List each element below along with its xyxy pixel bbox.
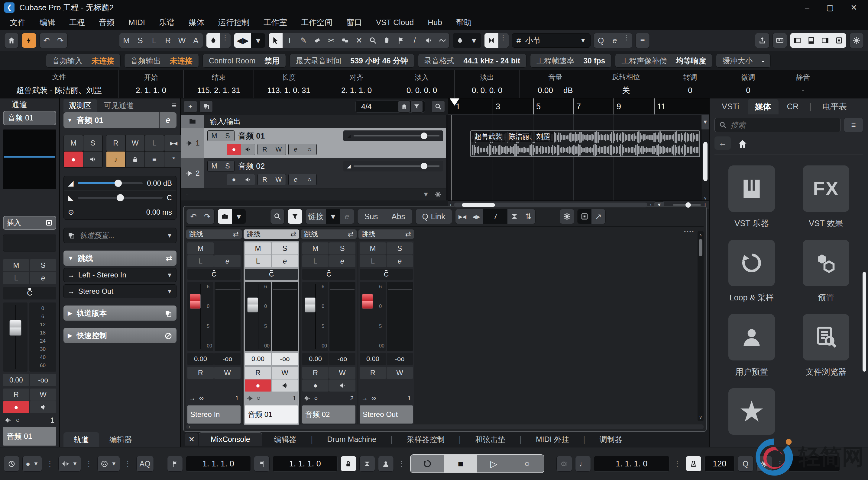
automation-mute-button[interactable]: M: [119, 33, 133, 48]
info-fade-out[interactable]: 淡出0. 0. 0. 0: [455, 70, 520, 98]
media-search-input[interactable]: [731, 121, 836, 130]
range-selection-tool[interactable]: I: [283, 33, 297, 48]
menu-help[interactable]: 帮助: [449, 17, 479, 28]
timeline-ruler[interactable]: 1 3 5 7 9 11: [448, 98, 709, 115]
ruler-options-dropdown[interactable]: ▼: [702, 115, 709, 130]
mx-snapshot-dropdown[interactable]: ▼: [232, 209, 246, 224]
insp-write-button[interactable]: W: [126, 135, 145, 151]
tab-track[interactable]: 轨道: [63, 432, 99, 447]
track2-record-button[interactable]: ●: [227, 174, 241, 185]
frame-rate-status[interactable]: 工程帧速率30 fps: [530, 54, 612, 68]
ch3-fader[interactable]: 60500: [302, 282, 328, 351]
erase-tool[interactable]: [310, 33, 324, 48]
channel-pan-control[interactable]: C: [3, 287, 56, 300]
align-icon[interactable]: ≡: [636, 33, 650, 48]
ruler-home-icon[interactable]: [398, 101, 410, 113]
ch2-read-button[interactable]: R: [245, 367, 271, 379]
ch3-read-button[interactable]: R: [302, 367, 329, 379]
info-finetune[interactable]: 微调0: [719, 70, 777, 98]
track2-insert-state[interactable]: ○: [303, 174, 316, 185]
track-audio-01[interactable]: 1 MS 音频 01 ◢ ● RW e○: [181, 128, 446, 158]
max-record-time-status[interactable]: 最大录音时间539 小时 46 分钟: [289, 54, 414, 68]
ch2-edit-button[interactable]: e: [272, 255, 298, 267]
rack-header[interactable]: 跳线⇄: [359, 230, 414, 239]
left-zone-toggle-icon[interactable]: [790, 33, 804, 48]
ch3-volume-value[interactable]: 0.00: [302, 353, 329, 365]
track1-record-button[interactable]: ●: [227, 144, 241, 155]
track-name-header[interactable]: ▼音频 01: [63, 112, 159, 128]
tab-midi-remote[interactable]: MIDI 外挂: [524, 432, 581, 447]
play-tool[interactable]: [422, 33, 435, 48]
menu-project[interactable]: 工程: [62, 17, 92, 28]
mx-abs-button[interactable]: Abs: [385, 209, 412, 224]
marker-tool[interactable]: [394, 33, 408, 48]
ch4-name-plate[interactable]: Stereo Out: [360, 405, 413, 423]
buffer-size-status[interactable]: 缓冲大小-: [716, 54, 770, 68]
insp-collapse-icon[interactable]: ▸◂: [164, 135, 183, 151]
track1-mute-button[interactable]: M: [208, 131, 221, 141]
split-tool[interactable]: ✂: [324, 33, 338, 48]
ch2-mute-button[interactable]: M: [245, 242, 271, 254]
media-search-box[interactable]: [714, 118, 841, 132]
ch3-solo-button[interactable]: S: [329, 242, 355, 254]
punch-user-icon[interactable]: [378, 456, 394, 472]
tab-channel[interactable]: 通道: [3, 98, 56, 111]
right-panel-scrollbar[interactable]: [863, 272, 866, 372]
mixer-channel-audio-02[interactable]: 跳线⇄ M S L e C 60500: [301, 230, 358, 423]
draw-tool[interactable]: ✎: [297, 33, 310, 48]
insp-track-delay[interactable]: ⊙0.00 ms: [64, 205, 176, 219]
ch1-read-button[interactable]: R: [187, 367, 214, 379]
track1-read-button[interactable]: R: [258, 144, 272, 155]
input-routing-select[interactable]: →Left - Stereo In▼: [63, 268, 177, 282]
track-filter-icon[interactable]: [411, 101, 423, 113]
menu-midi[interactable]: MIDI: [122, 18, 152, 27]
mx-settings-gear-icon[interactable]: [560, 209, 574, 224]
midi-record-mode-button[interactable]: ▼: [97, 456, 120, 472]
mixer-vscroll[interactable]: ∧∨: [698, 231, 704, 421]
transport-settings-gear-icon[interactable]: [756, 456, 772, 472]
setup-window-layout-icon[interactable]: [849, 33, 864, 48]
automation-solo-button[interactable]: S: [133, 33, 147, 48]
ch1-write-button[interactable]: W: [214, 367, 241, 379]
track-preset-selector[interactable]: 轨道预置... ▼: [63, 228, 177, 243]
control-room-status[interactable]: Control Room禁用: [203, 54, 286, 68]
mixer-hscroll[interactable]: ‹: [186, 424, 704, 429]
tab-editor-lower[interactable]: 编辑器: [262, 432, 308, 447]
ch2-solo-button[interactable]: S: [272, 242, 298, 254]
ch2-write-button[interactable]: W: [272, 367, 298, 379]
tile-favorites[interactable]: ★: [728, 388, 775, 435]
ch1-volume-value[interactable]: 0.00: [187, 353, 214, 365]
ch2-volume-value[interactable]: 0.00: [245, 353, 271, 365]
glue-tool[interactable]: [338, 33, 352, 48]
ch2-listen-button[interactable]: L: [245, 255, 271, 267]
maximize-button[interactable]: ▢: [826, 3, 834, 12]
ch2-fader[interactable]: 60500: [245, 282, 271, 351]
history-lightning-icon[interactable]: [22, 33, 36, 48]
track-scale-dropdown[interactable]: ▼: [423, 191, 429, 198]
channel-mute-button[interactable]: M: [3, 259, 29, 271]
add-track-button[interactable]: +: [184, 101, 197, 113]
ch4-solo-button[interactable]: S: [386, 242, 413, 254]
insp-lanes-button[interactable]: ≡: [145, 151, 164, 167]
menu-edit[interactable]: 编辑: [33, 17, 62, 28]
comp-hand-tool[interactable]: [380, 33, 394, 48]
track2-mute-button[interactable]: M: [208, 161, 221, 171]
ch4-read-button[interactable]: R: [360, 367, 386, 379]
curve-tool[interactable]: [435, 33, 450, 48]
tempo-value[interactable]: 120: [705, 456, 735, 472]
tile-file-browser[interactable]: 文件浏览器: [803, 314, 849, 377]
menu-studio[interactable]: 工作室: [256, 17, 294, 28]
object-selection-tool[interactable]: [269, 33, 283, 48]
track-settings-gear-icon[interactable]: [435, 191, 441, 198]
scroll-down-icon[interactable]: ∨: [704, 196, 707, 201]
ch1-pan-control[interactable]: C: [187, 269, 241, 280]
tab-sampler-control[interactable]: 采样器控制: [395, 432, 456, 447]
rack-header[interactable]: 跳线⇄: [244, 230, 299, 239]
menu-media[interactable]: 媒体: [182, 17, 211, 28]
arrange-area[interactable]: 超兽武装 - 陈洁丽、刘罡 ▼ ∨: [448, 115, 709, 201]
record-mode-button[interactable]: ●▼: [22, 456, 42, 472]
info-mute[interactable]: 静音-: [777, 70, 829, 98]
mx-qlink-button[interactable]: Q-Link: [415, 209, 452, 224]
mx-updown-icon[interactable]: ⇅: [521, 209, 535, 224]
mixer-channel-audio-01[interactable]: 跳线⇄ M S L e C 60500: [244, 230, 300, 423]
